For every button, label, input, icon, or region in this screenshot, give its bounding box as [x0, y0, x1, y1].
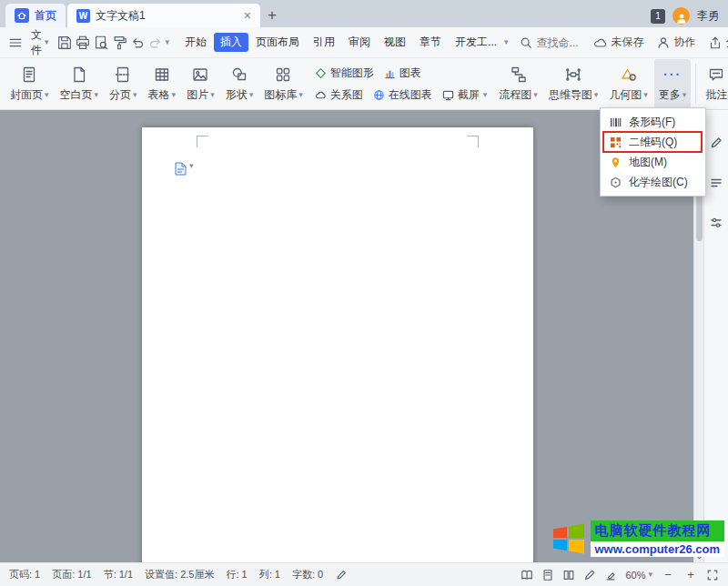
adjust-sliders-icon[interactable] — [709, 216, 723, 230]
print-preview-button[interactable] — [93, 32, 109, 54]
geometry-label: 几何图 — [609, 87, 642, 103]
ribbon-tab-references[interactable]: 引用 — [307, 33, 341, 52]
ribbon-small-group: 智能图形 图表 关系图 在线图表 截屏 — [308, 59, 494, 108]
page-break-icon — [114, 66, 132, 84]
smart-graphics-button[interactable]: 智能图形 — [315, 66, 374, 81]
comment-button[interactable]: 批注 — [701, 59, 728, 108]
zoom-value[interactable]: 60% — [625, 570, 645, 581]
edit-pen-icon[interactable] — [709, 136, 723, 150]
close-tab-icon[interactable]: × — [244, 8, 251, 23]
file-menu[interactable]: 文件 ▾ — [25, 32, 55, 54]
flowchart-icon — [510, 66, 528, 84]
document-page[interactable]: ▾ — [142, 127, 533, 562]
highlighter-icon[interactable] — [604, 569, 617, 581]
blank-page-button[interactable]: 空白页▾ — [56, 59, 104, 108]
ribbon-tab-page-layout[interactable]: 页面布局 — [249, 33, 306, 52]
relation-diagram-button[interactable]: 关系图 — [315, 87, 363, 103]
ribbon-tab-review[interactable]: 审阅 — [342, 33, 377, 52]
redo-button[interactable] — [147, 32, 164, 54]
caret-down-icon: ▾ — [189, 162, 194, 170]
save-status-button[interactable]: 未保存 — [593, 35, 644, 50]
picture-button[interactable]: 图片▾ — [182, 59, 219, 108]
format-painter-button[interactable] — [111, 32, 127, 54]
more-dropdown-menu: 条形码(F) 二维码(Q) 地图(M) 化学绘图(C) — [600, 107, 706, 197]
document-area[interactable]: ▾ — [0, 110, 703, 562]
caret-down-icon: ▾ — [648, 571, 652, 579]
blank-page-label: 空白页 — [60, 87, 93, 103]
undo-icon — [129, 35, 146, 51]
flowchart-button[interactable]: 流程图▾ — [494, 59, 542, 108]
hamburger-icon — [7, 35, 24, 51]
titlebar-right-group: 1 李勇 — [651, 7, 728, 27]
collaborate-button[interactable]: 协作 — [656, 35, 696, 50]
cover-page-label: 封面页 — [10, 87, 43, 103]
zoom-out-button[interactable]: − — [661, 568, 675, 582]
page-break-button[interactable]: 分页▾ — [105, 59, 142, 108]
menu-item-chemistry[interactable]: 化学绘图(C) — [601, 172, 705, 192]
more-tabs-caret[interactable]: ▾ — [504, 38, 509, 46]
home-tab-label: 首页 — [35, 8, 56, 24]
zoom-in-button[interactable]: + — [683, 568, 698, 582]
screenshot-icon — [442, 89, 454, 101]
mind-map-label: 思维导图 — [549, 87, 592, 103]
shapes-icon — [230, 66, 248, 84]
right-side-toolbar — [703, 110, 728, 562]
outline-list-icon[interactable] — [709, 176, 723, 190]
geometry-button[interactable]: 几何图▾ — [604, 59, 652, 108]
online-chart-button[interactable]: 在线图表 — [373, 87, 432, 103]
icon-library-button[interactable]: 图标库▾ — [259, 59, 308, 108]
online-chart-label: 在线图表 — [389, 87, 432, 103]
wps-home-icon — [15, 8, 29, 23]
notification-badge[interactable]: 1 — [651, 9, 665, 24]
writer-doc-icon: W — [76, 9, 90, 23]
shapes-button[interactable]: 形状▾ — [221, 59, 258, 108]
map-pin-icon — [610, 157, 622, 168]
menubar-right-group: 未保存 协作 分享 — [593, 35, 728, 50]
ribbon-tab-section[interactable]: 章节 — [413, 33, 448, 52]
menu-item-qrcode[interactable]: 二维码(Q) — [601, 132, 705, 152]
zoom-control[interactable]: 60% ▾ — [625, 570, 652, 581]
cover-page-button[interactable]: 封面页▾ — [5, 59, 54, 108]
status-word-count[interactable]: 字数: 0 — [292, 568, 323, 581]
inline-object-marker[interactable]: ▾ — [175, 162, 194, 176]
pen-tool-icon[interactable] — [583, 569, 596, 581]
share-button[interactable]: 分享 — [708, 35, 728, 50]
screenshot-button[interactable]: 截屏 ▾ — [442, 87, 488, 103]
menu-item-barcode[interactable]: 条形码(F) — [601, 112, 705, 132]
read-mode-icon[interactable] — [521, 569, 533, 581]
search-input[interactable] — [537, 36, 592, 49]
toolbar-customize-caret[interactable]: ▾ — [166, 38, 170, 46]
ribbon-tab-start[interactable]: 开始 — [178, 33, 213, 52]
ribbon-tab-developer[interactable]: 开发工... — [449, 33, 503, 52]
new-tab-button[interactable]: + — [260, 4, 284, 27]
save-button[interactable] — [56, 32, 73, 54]
blank-page-icon — [70, 66, 88, 84]
smart-graphics-icon — [315, 67, 327, 79]
print-preview-icon — [93, 35, 109, 51]
main-menu-button[interactable] — [7, 32, 24, 54]
table-button[interactable]: 表格▾ — [144, 59, 181, 108]
table-icon — [153, 66, 171, 84]
caret-down-icon: ▾ — [45, 91, 49, 99]
menu-item-qrcode-label: 二维码(Q) — [629, 135, 677, 150]
collaborate-icon — [656, 35, 671, 50]
watermark: 电脑软硬件教程网 www.computer26.com — [551, 520, 725, 557]
caret-down-icon: ▾ — [682, 91, 687, 99]
home-tab[interactable]: 首页 — [5, 4, 66, 27]
search-command-box[interactable] — [520, 36, 592, 49]
proofing-pen-icon[interactable] — [335, 569, 348, 581]
ribbon-tab-insert[interactable]: 插入 — [214, 33, 248, 52]
fullscreen-icon[interactable] — [706, 569, 719, 581]
chart-button[interactable]: 图表 — [384, 66, 421, 81]
ribbon-tab-view[interactable]: 视图 — [378, 33, 412, 52]
print-button[interactable] — [75, 32, 91, 54]
undo-button[interactable] — [129, 32, 146, 54]
more-button[interactable]: ··· 更多▾ — [654, 59, 692, 108]
page-view-icon[interactable] — [541, 569, 554, 581]
avatar[interactable] — [672, 7, 690, 25]
menu-item-map[interactable]: 地图(M) — [601, 152, 705, 172]
web-layout-icon[interactable] — [562, 569, 575, 581]
document-tab[interactable]: W 文字文稿1 × — [67, 4, 260, 27]
mind-map-button[interactable]: 思维导图▾ — [544, 59, 603, 108]
redo-icon — [147, 35, 164, 51]
